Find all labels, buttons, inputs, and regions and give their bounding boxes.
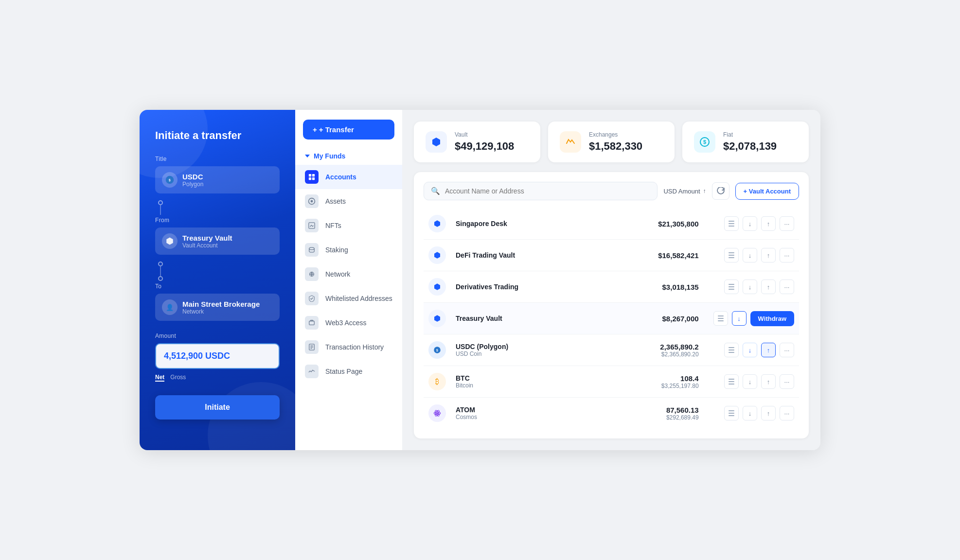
nfts-label: NFTs	[325, 222, 341, 229]
to-connector	[155, 262, 280, 281]
sidebar-item-whitelist[interactable]: Whitelisted Addresses	[295, 286, 402, 311]
mid-panel: + + Transfer My Funds Accounts	[295, 110, 402, 450]
sidebar-item-staking[interactable]: Staking	[295, 238, 402, 262]
menu-button[interactable]	[724, 374, 739, 389]
sidebar-item-history[interactable]: Transaction History	[295, 335, 402, 359]
row-actions: ↓ ↑ ···	[713, 216, 794, 231]
status-label: Status Page	[325, 368, 362, 375]
sidebar-item-web3[interactable]: Web3 Access	[295, 311, 402, 335]
account-amount: $8,267,000	[602, 315, 699, 323]
svg-rect-2	[309, 174, 311, 176]
exchanges-label: Exchanges	[589, 131, 642, 138]
from-name: Treasury Vault	[182, 234, 232, 242]
deposit-button[interactable]: ↓	[743, 406, 757, 420]
my-funds-label: My Funds	[314, 152, 345, 160]
amount-input[interactable]: 4,512,900 USDC	[155, 343, 280, 369]
deposit-button[interactable]: ↓	[743, 216, 757, 231]
withdraw-popup-button[interactable]: Withdraw	[750, 311, 794, 326]
from-field[interactable]: Treasury Vault Vault Account	[155, 228, 280, 255]
sort-label[interactable]: USD Amount ↑	[663, 188, 706, 195]
refresh-button[interactable]	[712, 182, 729, 200]
deposit-button[interactable]: ↓	[743, 248, 757, 262]
asset-name: USDC	[182, 173, 203, 181]
more-button[interactable]: ···	[780, 406, 794, 420]
menu-button[interactable]	[724, 216, 739, 231]
table-row: ₿ BTC Bitcoin 108.4 $3,255,197.80	[424, 366, 799, 398]
row-actions: ↓ ↑ ···	[713, 406, 794, 420]
sort-text: USD Amount	[663, 188, 700, 195]
menu-button[interactable]	[724, 406, 739, 420]
accounts-header: 🔍 USD Amount ↑ + Vault Account	[424, 182, 799, 200]
search-box[interactable]: 🔍	[424, 182, 658, 200]
fiat-stat-card: $ Fiat $2,078,139	[682, 122, 809, 162]
row-actions: ↓ ↑ ···	[713, 248, 794, 262]
withdraw-button[interactable]: ↑	[761, 406, 776, 420]
nfts-icon	[305, 219, 319, 232]
usdc-icon: $	[162, 172, 178, 188]
more-button[interactable]: ···	[780, 374, 794, 389]
network-icon	[305, 267, 319, 281]
to-field[interactable]: 👤 Main Street Brokerage Network	[155, 294, 280, 321]
exchanges-value: $1,582,330	[589, 140, 642, 153]
gross-option[interactable]: Gross	[170, 374, 186, 382]
sidebar-item-assets[interactable]: Assets	[295, 189, 402, 213]
withdraw-button[interactable]: ↑	[761, 216, 776, 231]
svg-text:$: $	[703, 139, 706, 145]
sidebar-item-nfts[interactable]: NFTs	[295, 213, 402, 238]
search-input[interactable]	[445, 187, 650, 195]
amount-value: 4,512,900 USDC	[164, 351, 271, 361]
web3-label: Web3 Access	[325, 319, 367, 327]
initiate-button[interactable]: Initiate	[155, 395, 280, 420]
row-vault-icon	[428, 246, 446, 264]
assets-label: Assets	[325, 197, 346, 205]
account-sub: Cosmos	[456, 414, 592, 420]
withdraw-button[interactable]: ↑	[761, 343, 776, 357]
status-icon	[305, 365, 319, 378]
menu-button[interactable]	[713, 311, 728, 326]
table-row: Singapore Desk $21,305,800 ↓ ↑ ···	[424, 208, 799, 240]
svg-rect-3	[312, 174, 315, 176]
title-label: Title	[155, 156, 280, 162]
withdraw-button[interactable]: ↑	[761, 374, 776, 389]
row-vault-icon	[428, 278, 446, 296]
menu-button[interactable]	[724, 280, 739, 294]
deposit-button[interactable]: ↓	[743, 374, 757, 389]
add-vault-account-button[interactable]: + Vault Account	[735, 183, 799, 200]
left-panel: Initiate a transfer Title $ USDC Polygon…	[140, 110, 295, 450]
more-button[interactable]: ···	[780, 248, 794, 262]
staking-icon	[305, 243, 319, 257]
sidebar-item-accounts[interactable]: Accounts	[295, 165, 402, 189]
deposit-button[interactable]: ↓	[743, 280, 757, 294]
account-amount: 87,560.13	[602, 406, 699, 414]
row-actions: ↓ ↑ ···	[713, 280, 794, 294]
account-amount-sub: $292,689.49	[602, 414, 699, 421]
to-brokerage-icon: 👤	[162, 299, 178, 315]
account-name: Derivatives Trading	[456, 283, 592, 291]
net-option[interactable]: Net	[155, 374, 164, 382]
right-panel: Vault $49,129,108 Exchanges $1,582,330	[402, 110, 820, 450]
more-button[interactable]: ···	[780, 280, 794, 294]
more-button[interactable]: ···	[780, 343, 794, 357]
vault-label: Vault	[455, 131, 514, 138]
menu-button[interactable]	[724, 248, 739, 262]
table-row: Treasury Vault $8,267,000 ↓ Withdraw	[424, 303, 799, 334]
account-amount: $21,305,800	[602, 220, 699, 228]
more-button[interactable]: ···	[780, 216, 794, 231]
row-vault-icon	[428, 215, 446, 232]
vault-stat-card: Vault $49,129,108	[414, 122, 540, 162]
sidebar-item-network[interactable]: Network	[295, 262, 402, 286]
svg-rect-11	[309, 321, 315, 325]
to-sub: Network	[182, 308, 260, 315]
app-container: Initiate a transfer Title $ USDC Polygon…	[140, 110, 820, 450]
withdraw-button[interactable]: ↑	[761, 280, 776, 294]
account-amount-sub: $3,255,197.80	[602, 383, 699, 389]
deposit-button[interactable]: ↓	[732, 311, 747, 326]
accounts-section: 🔍 USD Amount ↑ + Vault Account	[414, 172, 809, 438]
deposit-button[interactable]: ↓	[743, 343, 757, 357]
menu-button[interactable]	[724, 343, 739, 357]
my-funds-header[interactable]: My Funds	[295, 149, 402, 165]
asset-field: $ USDC Polygon	[155, 166, 280, 193]
withdraw-button[interactable]: ↑	[761, 248, 776, 262]
sidebar-item-status[interactable]: Status Page	[295, 359, 402, 384]
transfer-button[interactable]: + + Transfer	[303, 120, 394, 140]
